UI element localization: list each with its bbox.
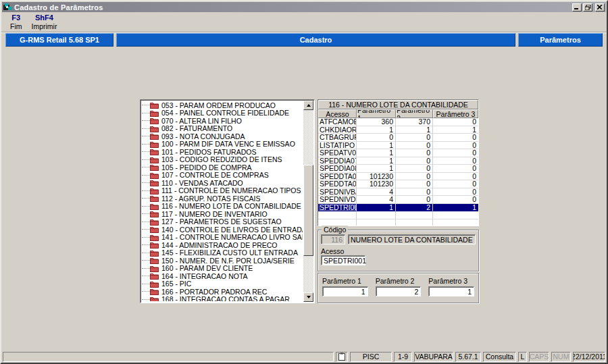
tree-item[interactable]: 117 - NUMERO DE INVENTARIO — [142, 210, 303, 218]
table-row[interactable]: LISTATIPO 1 0 0 — [318, 142, 478, 150]
table-row[interactable]: SPEDDIA075 1 0 0 — [318, 157, 478, 165]
arrow-up-icon — [307, 104, 311, 107]
tree-connector — [142, 182, 150, 183]
table-row[interactable]: SPEDTRI001 1 2 1 — [318, 204, 478, 212]
table-row[interactable]: SPEDATV001 1 0 0 — [318, 149, 478, 157]
parametro-label: Parâmetro 2 — [376, 277, 422, 285]
table-row[interactable]: CHKDIAORI 1 1 1 — [318, 126, 478, 134]
status-company: VABUPARA — [414, 352, 453, 362]
grid-column-header[interactable]: Parâmetro 2 — [396, 109, 433, 118]
table-row[interactable]: SPEDDIA087 1 0 0 — [318, 165, 478, 173]
tree-item[interactable]: 105 - PEDIDO DE COMPRA — [142, 163, 303, 172]
grid-column-header[interactable]: Acesso — [318, 109, 357, 118]
tree-item[interactable]: 110 - VENDAS ATACADO — [142, 179, 303, 187]
cell-parametro-2: 1 — [396, 126, 433, 134]
grid-column-header[interactable]: Parâmetro 1 — [357, 109, 396, 118]
cell-acesso: SPEDDIA075 — [318, 157, 357, 165]
tree-item-label: 107 - CONTROLE DE COMPRAS — [161, 171, 269, 179]
tree-item[interactable]: 160 - PARAM DEV CLIENTE — [142, 265, 303, 273]
tree-item[interactable]: 093 - NOTA CONJUGADA — [142, 132, 303, 140]
grid-column-header[interactable]: Parâmetro 3 — [433, 109, 478, 118]
table-row[interactable]: SPEDNIVDRE 4 0 0 — [318, 196, 478, 204]
tree-connector — [142, 229, 150, 230]
tree-item[interactable]: 100 - PARM DIF DATA VENC E EMISSAO — [142, 140, 303, 149]
tree-item[interactable]: 164 - INTEGRACAO NOTA — [142, 272, 303, 280]
folder-icon — [150, 280, 159, 288]
scrollbar-thumb[interactable] — [303, 165, 313, 256]
restore-button[interactable] — [583, 3, 592, 11]
toolbar-button-imprimir[interactable]: ShF4 Imprimir — [30, 12, 59, 32]
tree-item[interactable]: 111 - CONTROLE DE NUMERACAO TIPOS — [142, 187, 303, 195]
cell-parametro-2: 0 — [396, 188, 433, 197]
table-row[interactable]: SPEDDTA075 101230 0 0 — [318, 173, 478, 181]
tree-item[interactable]: 054 - PAINEL CONTROLE FIDELIDADE — [142, 109, 303, 118]
tree-connector — [142, 136, 150, 136]
tree-item-label: 100 - PARM DIF DATA VENC E EMISSAO — [161, 140, 295, 148]
cell-parametro-2: 0 — [396, 149, 433, 157]
cell-parametro-1: 1 — [357, 142, 396, 150]
window-title: Cadastro de Parâmetros — [14, 3, 103, 11]
tree-item[interactable]: 107 - CONTROLE DE COMPRAS — [142, 172, 303, 180]
folder-icon — [150, 249, 159, 257]
status-mode: Consulta — [483, 352, 516, 362]
cell-parametro-3: 0 — [433, 142, 478, 150]
parametro-field[interactable]: 1 — [428, 286, 474, 296]
folder-icon — [150, 218, 159, 226]
tree-item-label: 053 - PARAM ORDEM PRODUCAO — [161, 101, 276, 109]
minimize-button[interactable] — [572, 3, 582, 11]
parametro-label: Parâmetro 1 — [322, 277, 368, 285]
tree-item-label: 082 - FATURAMENTO — [161, 124, 232, 132]
tree-item[interactable]: 166 - PORTADOR PADROA REC — [142, 288, 303, 296]
tree-item[interactable]: 141 - CONTROLE NUMERACAO LIVRO SAIDA — [142, 234, 303, 242]
tree-item[interactable]: 127 - PARAMETROS DE SUGESTAO — [142, 218, 303, 226]
tree-item-label: 150 - NUMER. DE N.F. POR LOJA/SERIE — [161, 257, 295, 265]
tree-item[interactable]: 168 - INTEGRACAO CONTAS A PAGAR — [142, 296, 303, 302]
parametro-field[interactable]: 2 — [376, 286, 422, 296]
codigo-groupbox: Código 116 NUMERO LOTE DA CONTABILIDADE … — [318, 230, 479, 271]
codigo-field[interactable]: 116 — [321, 234, 345, 244]
tree-item[interactable]: 112 - AGRUP. NOTAS FISCAIS — [142, 194, 303, 203]
tree-item[interactable]: 140 - CONTROLE DE LIVROS DE ENTRADAS — [142, 226, 303, 234]
tree-connector — [142, 105, 150, 105]
folder-icon — [150, 179, 159, 186]
tree-item[interactable]: 145 - FLEXIBILIZA CUSTO ULT ENTRADA — [142, 249, 303, 257]
restore-icon — [585, 5, 591, 10]
tree-item[interactable]: 103 - CODIGO REDUZIDO DE ITENS — [142, 156, 303, 164]
cell-acesso: CTBAGRUPAG — [318, 134, 357, 142]
tree-connector — [142, 198, 150, 199]
folder-icon — [150, 163, 159, 171]
tree-item[interactable]: 165 - PIC — [142, 280, 303, 288]
acesso-field[interactable]: SPEDTRI001 — [321, 255, 365, 265]
scroll-up-button[interactable] — [303, 101, 313, 110]
parametro-field[interactable]: 1 — [322, 286, 368, 296]
tree-scrollbar[interactable] — [303, 101, 313, 302]
tree-item[interactable]: 070 - ALTERA LIN FILHO — [142, 117, 303, 125]
folder-icon — [150, 257, 159, 264]
grid-title: 116 - NUMERO LOTE DA CONTABILIDADE — [318, 100, 478, 109]
close-button[interactable] — [595, 3, 605, 11]
banner-module: Cadastro — [116, 33, 515, 47]
cell-parametro-1: 1 — [357, 204, 396, 212]
cell-acesso: SPEDDIA087 — [318, 165, 357, 173]
cell-parametro-2: 2 — [396, 204, 433, 212]
tree-item[interactable]: 053 - PARAM ORDEM PRODUCAO — [142, 101, 303, 109]
table-row[interactable]: CTBAGRUPAG 0 0 0 — [318, 134, 478, 142]
tree-item[interactable]: 082 - FATURAMENTO — [142, 125, 303, 133]
tree-item[interactable]: 116 - NUMERO LOTE DA CONTABILIDADE — [142, 203, 303, 211]
status-bar: PISC 1-9 VABUPARA 5.67.1 Consulta L CAPS… — [1, 350, 607, 363]
tree-item-label: 160 - PARAM DEV CLIENTE — [161, 264, 253, 272]
table-row[interactable]: SPEDDTA087 101230 0 0 — [318, 180, 478, 188]
app-icon — [3, 3, 12, 11]
tree-item[interactable]: 150 - NUMER. DE N.F. POR LOJA/SERIE — [142, 257, 303, 265]
tree-item[interactable]: 101 - PEDIDOS FATURADOS — [142, 148, 303, 156]
folder-icon — [150, 210, 159, 217]
cell-acesso: SPEDTRI001 — [318, 204, 357, 212]
table-row[interactable]: ATFCAMOEDA 360 370 0 — [318, 118, 478, 126]
table-row[interactable]: SPEDNIVBAL 4 0 0 — [318, 188, 478, 197]
tree-item[interactable]: 144 - ADMINISTRACAO DE PRECO — [142, 241, 303, 249]
descricao-field[interactable]: NUMERO LOTE DA CONTABILIDADE — [348, 234, 476, 244]
scroll-down-button[interactable] — [303, 292, 313, 302]
parametro-label: Parâmetro 3 — [428, 277, 474, 285]
cell-parametro-1: 1 — [357, 126, 396, 134]
toolbar-button-fim[interactable]: F3 Fim — [8, 12, 24, 32]
